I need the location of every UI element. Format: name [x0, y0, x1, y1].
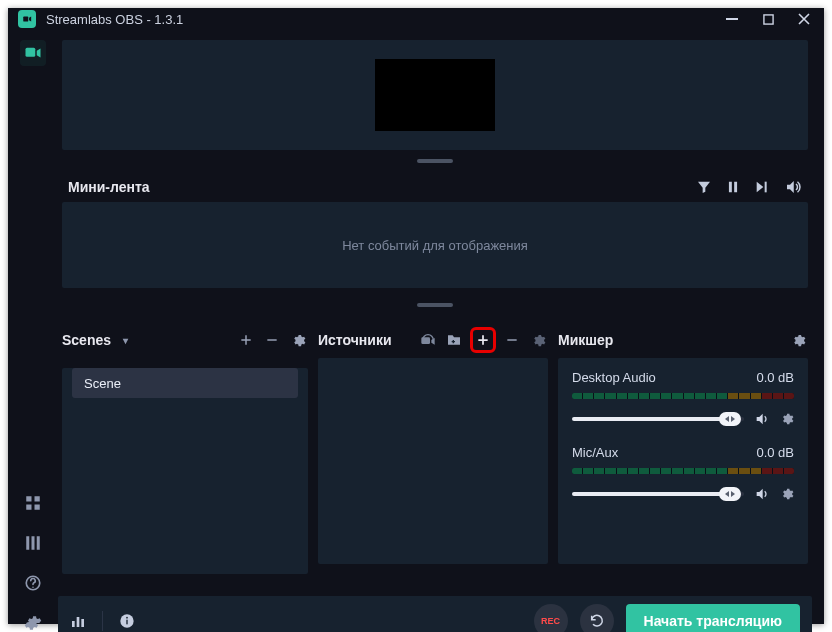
sidebar-item-help[interactable] [20, 570, 46, 596]
mini-feed-empty-text: Нет событий для отображения [342, 238, 528, 253]
svg-rect-17 [72, 621, 75, 627]
window-minimize-button[interactable] [718, 8, 746, 30]
svg-rect-7 [35, 505, 40, 510]
mixer-panel: Микшер Desktop Audio 0.0 dB [558, 322, 808, 582]
svg-rect-1 [726, 18, 738, 20]
feed-pause-icon[interactable] [726, 178, 740, 196]
sources-studio-icon[interactable] [418, 330, 438, 350]
sources-list[interactable] [318, 358, 548, 564]
svg-rect-16 [421, 337, 430, 344]
sources-remove-icon[interactable] [502, 330, 522, 350]
svg-rect-9 [32, 536, 35, 550]
record-button[interactable]: REC [534, 604, 568, 632]
scene-item[interactable]: Scene [72, 368, 298, 398]
feed-filter-icon[interactable] [696, 178, 712, 196]
application-window: Streamlabs OBS - 1.3.1 [8, 8, 824, 624]
volume-slider[interactable] [572, 492, 744, 496]
vu-meter [572, 468, 794, 474]
panels-row: Scenes ▾ Scene [62, 322, 808, 582]
info-icon[interactable] [119, 613, 135, 629]
go-live-button[interactable]: Начать трансляцию [626, 604, 800, 632]
mini-feed-body: Нет событий для отображения [62, 202, 808, 288]
preview-area[interactable] [62, 40, 808, 150]
svg-point-22 [126, 617, 128, 619]
mixer-item-db: 0.0 dB [756, 445, 794, 460]
scenes-settings-icon[interactable] [288, 330, 308, 350]
window-maximize-button[interactable] [754, 8, 782, 30]
sidebar-item-editor[interactable] [20, 40, 46, 66]
svg-rect-18 [77, 617, 80, 627]
svg-rect-8 [26, 536, 29, 550]
scene-item-label: Scene [84, 376, 121, 391]
replay-button[interactable] [580, 604, 614, 632]
mixer-item-settings-icon[interactable] [780, 412, 794, 426]
preview-canvas [375, 59, 495, 131]
chevron-down-icon[interactable]: ▾ [123, 335, 128, 346]
mixer-item: Desktop Audio 0.0 dB [572, 370, 794, 427]
window-close-button[interactable] [790, 8, 818, 30]
svg-rect-19 [81, 619, 84, 627]
svg-rect-5 [35, 496, 40, 501]
sidebar-item-themes[interactable] [20, 530, 46, 556]
mini-feed-title: Мини-лента [68, 179, 150, 195]
app-logo-icon [18, 10, 36, 28]
mixer-item-name: Mic/Aux [572, 445, 618, 460]
sidebar [8, 30, 58, 632]
vu-meter [572, 393, 794, 399]
feed-skip-icon[interactable] [754, 178, 770, 196]
drag-handle[interactable] [58, 154, 812, 168]
scenes-add-icon[interactable] [236, 330, 256, 350]
svg-rect-21 [126, 620, 127, 625]
sources-settings-icon[interactable] [528, 330, 548, 350]
drag-handle-2[interactable] [58, 298, 812, 312]
svg-point-12 [32, 586, 34, 588]
svg-rect-15 [765, 182, 767, 193]
sources-panel: Источники [318, 322, 548, 582]
mixer-item-name: Desktop Audio [572, 370, 656, 385]
mixer-settings-icon[interactable] [788, 330, 808, 350]
window-title: Streamlabs OBS - 1.3.1 [46, 12, 183, 27]
record-label: REC [541, 616, 560, 626]
mute-icon[interactable] [754, 486, 770, 502]
sources-title: Источники [318, 332, 392, 348]
sources-folder-icon[interactable] [444, 330, 464, 350]
svg-rect-6 [26, 505, 31, 510]
mixer-item: Mic/Aux 0.0 dB [572, 445, 794, 502]
volume-slider[interactable] [572, 417, 744, 421]
main-content: Мини-лента [58, 30, 824, 632]
mixer-item-settings-icon[interactable] [780, 487, 794, 501]
feed-volume-icon[interactable] [784, 178, 802, 196]
svg-rect-14 [734, 182, 737, 193]
svg-rect-2 [763, 14, 772, 23]
svg-rect-10 [37, 536, 40, 550]
go-live-label: Начать трансляцию [644, 613, 782, 629]
svg-rect-4 [26, 496, 31, 501]
scenes-title[interactable]: Scenes [62, 332, 111, 348]
svg-rect-13 [729, 182, 732, 193]
mixer-title: Микшер [558, 332, 613, 348]
svg-rect-3 [26, 48, 36, 57]
sources-add-highlighted[interactable] [470, 327, 496, 353]
svg-rect-0 [23, 17, 28, 22]
stats-icon[interactable] [70, 613, 86, 629]
divider [102, 611, 103, 631]
scenes-panel: Scenes ▾ Scene [62, 322, 308, 582]
sidebar-item-settings[interactable] [20, 610, 46, 632]
mute-icon[interactable] [754, 411, 770, 427]
bottombar: REC Начать трансляцию [58, 596, 812, 632]
titlebar: Streamlabs OBS - 1.3.1 [8, 8, 824, 30]
mixer-item-db: 0.0 dB [756, 370, 794, 385]
mini-feed: Мини-лента [62, 172, 808, 288]
sidebar-item-dashboard[interactable] [20, 490, 46, 516]
scenes-remove-icon[interactable] [262, 330, 282, 350]
